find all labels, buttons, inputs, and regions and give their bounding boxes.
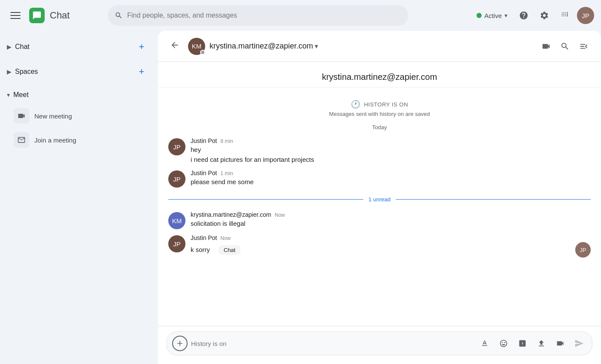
msg-meta: Justin Pot 1 min (191, 170, 591, 176)
sidebar: ▶ Chat + ▶ Spaces + ▾ Meet (0, 31, 158, 364)
messages-area[interactable]: 🕐 HISTORY IS ON Messages sent with histo… (158, 88, 601, 326)
help-icon (519, 11, 528, 20)
status-label: Active (484, 12, 502, 19)
msg-text: solicitation is illegal (191, 219, 591, 229)
contact-avatar: KM (188, 38, 205, 55)
hamburger-button[interactable] (7, 7, 24, 24)
emoji-icon (499, 339, 508, 348)
new-meeting-icon (14, 108, 29, 124)
emoji-button[interactable] (496, 336, 511, 351)
format-text-button[interactable] (477, 336, 492, 351)
video-message-icon (556, 339, 565, 348)
grid-icon (560, 11, 570, 20)
gif-button[interactable] (515, 336, 530, 351)
chat-section: ▶ Chat + (0, 34, 158, 59)
chat-logo-icon (32, 11, 42, 20)
chat-tooltip[interactable]: Chat (219, 245, 240, 255)
msg-text: k sorry (191, 245, 210, 255)
search-chat-icon (560, 42, 570, 51)
contact-status-dot (200, 50, 205, 55)
chat-panel: KM krystina.martinez@zapier.com ▾ (158, 31, 601, 364)
contact-name[interactable]: krystina.martinez@zapier.com (209, 42, 313, 51)
chat-label: Chat (15, 43, 30, 51)
history-title-text: HISTORY IS ON (364, 101, 408, 108)
input-area (158, 326, 601, 364)
msg-row-end: JP (575, 242, 591, 258)
sidebar-toggle-button[interactable] (575, 38, 592, 55)
avatar: JP (168, 170, 185, 188)
svg-point-2 (567, 12, 568, 13)
contact-chevron-icon[interactable]: ▾ (315, 42, 318, 50)
msg-meta: Justin Pot 8 min (191, 137, 591, 144)
avatar: KM (168, 212, 185, 229)
sidebar-item-chat[interactable]: ▶ Chat + (0, 36, 153, 58)
new-meeting-label: New meeting (34, 112, 72, 120)
status-button[interactable]: Active ▾ (472, 9, 512, 22)
unread-line-right (396, 199, 591, 200)
settings-icon (540, 11, 549, 20)
message-content: krystina.martinez@zapier.com Now solicit… (191, 211, 591, 229)
top-header: Chat Active ▾ (0, 0, 601, 31)
history-clock-icon: 🕐 (351, 100, 361, 109)
add-space-button[interactable]: + (137, 66, 146, 77)
search-icon (115, 11, 123, 20)
msg-time: Now (275, 212, 285, 218)
meet-label: Meet (13, 91, 29, 99)
help-button[interactable] (515, 7, 532, 24)
upload-button[interactable] (534, 336, 549, 351)
chat-header: KM krystina.martinez@zapier.com ▾ (158, 31, 601, 62)
video-icon (541, 42, 551, 51)
msg-meta: Justin Pot Now (191, 234, 591, 241)
message-content: Justin Pot Now k sorry Chat JP (191, 234, 591, 258)
grid-button[interactable] (556, 7, 574, 24)
new-meeting-item[interactable]: New meeting (0, 104, 158, 128)
msg-sender: krystina.martinez@zapier.com (191, 211, 271, 218)
unread-line-left (168, 199, 363, 200)
message-input[interactable] (191, 340, 474, 347)
avatar: JP (168, 138, 185, 155)
join-meeting-label: Join a meeting (34, 136, 76, 144)
msg-text: please send me some (191, 177, 591, 187)
contact-info-email: krystina.martinez@zapier.com (322, 72, 437, 82)
msg-row-with-tooltip: k sorry Chat JP (191, 242, 591, 258)
input-container (167, 331, 592, 355)
svg-point-0 (567, 14, 568, 15)
add-chat-button[interactable]: + (137, 41, 146, 52)
sidebar-item-meet[interactable]: ▾ Meet (0, 86, 153, 104)
settings-button[interactable] (536, 7, 553, 24)
gif-icon (518, 339, 527, 348)
search-input[interactable] (127, 12, 401, 19)
spaces-section: ▶ Spaces + (0, 59, 158, 84)
history-title: 🕐 HISTORY IS ON (158, 100, 601, 109)
history-subtitle: Messages sent with history on are saved (158, 111, 601, 117)
back-arrow-icon (170, 40, 179, 50)
back-button[interactable] (167, 37, 183, 56)
video-call-button[interactable] (537, 38, 555, 55)
history-banner: 🕐 HISTORY IS ON Messages sent with histo… (158, 94, 601, 119)
msg-sender: Justin Pot (191, 137, 217, 144)
msg-time: 1 min (220, 170, 233, 176)
upload-icon (537, 339, 546, 348)
search-bar[interactable] (108, 5, 408, 26)
msg-time: Now (220, 235, 231, 241)
msg-text: hey (191, 145, 591, 155)
add-button[interactable] (172, 336, 188, 351)
send-icon (574, 339, 584, 348)
hamburger-icon (10, 10, 21, 21)
table-row: KM krystina.martinez@zapier.com Now soli… (158, 209, 601, 231)
send-button[interactable] (571, 336, 587, 351)
app-logo (29, 8, 45, 23)
svg-point-1 (567, 15, 568, 17)
chevron-right-icon: ▶ (7, 43, 12, 50)
join-meeting-icon (14, 132, 29, 148)
user-avatar[interactable]: JP (577, 7, 594, 24)
sidebar-toggle-icon (579, 42, 589, 51)
search-chat-button[interactable] (556, 38, 574, 55)
chevron-right-icon-spaces: ▶ (7, 68, 12, 75)
msg-sender: Justin Pot (191, 234, 217, 241)
msg-time: 8 min (220, 138, 233, 144)
chevron-down-icon: ▾ (504, 12, 507, 19)
join-meeting-item[interactable]: Join a meeting (0, 128, 158, 152)
video-message-button[interactable] (552, 336, 568, 351)
sidebar-item-spaces[interactable]: ▶ Spaces + (0, 61, 153, 82)
